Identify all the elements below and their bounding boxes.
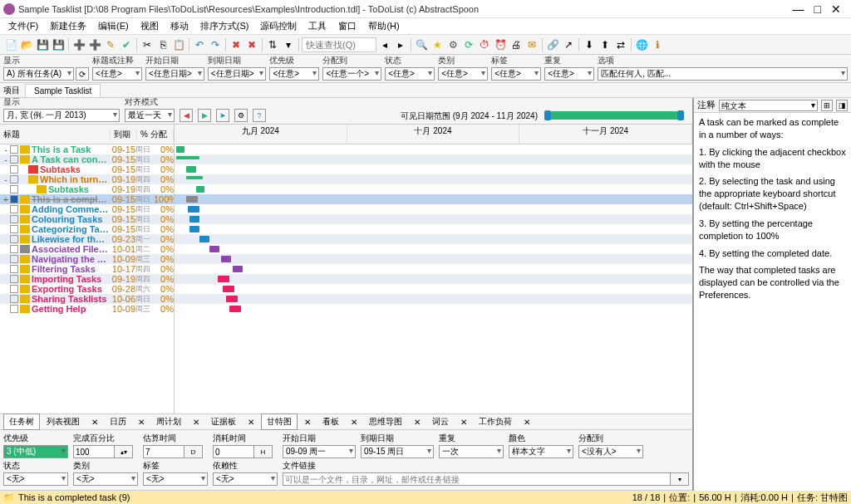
est-input[interactable] [143,445,184,458]
minimize-button[interactable]: — [793,2,804,16]
view-tab[interactable]: 看板 [317,414,344,429]
new-icon[interactable]: 📄 [3,37,18,52]
gantt-bar[interactable] [186,196,198,203]
gantt-align-select[interactable]: 最近一天 [125,109,175,122]
expand-icon[interactable]: - [2,154,10,164]
comments-body[interactable]: A task can be marked as complete in a nu… [694,113,851,491]
col-pct[interactable]: % 分配 [137,129,174,140]
maximize-button[interactable]: □ [814,2,821,16]
menu-源码控制[interactable]: 源码控制 [255,18,302,34]
task-row[interactable]: -This is a Task09-15周日0% [0,144,174,154]
display-select[interactable]: A) 所有任务(A) [3,67,74,81]
duedate-select[interactable]: 09-15 周日 [361,445,434,458]
undo-icon[interactable]: ↶ [192,37,207,52]
task-row[interactable]: Importing Tasks09-19周四0% [0,274,174,284]
gantt-range-slider[interactable] [548,111,681,120]
task-checkbox[interactable] [10,225,18,233]
delete-all-icon[interactable]: ✖ [244,37,259,52]
priority-filter[interactable]: <任意> [269,67,319,81]
task-checkbox[interactable] [10,295,18,303]
export-icon[interactable]: ⬆ [598,37,612,52]
alloc-select[interactable]: <没有人> [578,445,643,458]
comments-format-select[interactable]: 纯文本 [719,100,818,111]
task-row[interactable]: Getting Help10-09周三0% [0,304,174,314]
task-checkbox[interactable] [10,215,18,223]
task-checkbox[interactable] [10,165,18,174]
task-checkbox[interactable] [10,205,18,213]
task-row[interactable]: Adding Comments t...09-15周日0% [0,204,174,214]
search-next-icon[interactable]: ▸ [393,37,408,52]
spent-input[interactable] [213,445,254,458]
gantt-help-button[interactable]: ? [253,109,266,122]
spent-unit[interactable]: H [254,445,273,458]
repeat-filter[interactable]: <任意> [544,67,594,81]
gantt-bar[interactable] [233,266,243,272]
title-filter[interactable]: <任意> [92,67,142,81]
menu-帮助(H)[interactable]: 帮助(H) [363,18,404,34]
priority-select[interactable]: 3 (中低) [3,445,68,458]
task-row[interactable]: -Which in turn can ...09-19周四0% [0,174,174,184]
menu-窗口[interactable]: 窗口 [333,18,362,34]
comments-toggle-button[interactable]: ⊞ [821,100,833,111]
dep-select[interactable]: <无> [213,472,278,486]
gantt-settings-button[interactable]: ⚙ [234,109,248,122]
view-tab[interactable]: ✕ [455,416,472,428]
close-button[interactable]: ✕ [831,2,841,16]
view-tab[interactable]: ✕ [299,416,316,428]
refresh-icon[interactable]: ⟳ [461,37,476,52]
task-row[interactable]: Colouring Tasks09-15周日0% [0,214,174,224]
import-icon[interactable]: ⬇ [582,37,597,52]
project-tab[interactable]: Sample Tasklist [25,84,101,97]
task-checkbox[interactable] [10,185,18,193]
menu-编辑(E)[interactable]: 编辑(E) [93,18,134,34]
delete-icon[interactable]: ✖ [229,37,243,52]
gantt-next-button[interactable]: ▶ [198,109,211,122]
task-checkbox[interactable] [10,145,18,154]
task-row[interactable]: Categorizing Tasks09-15周日0% [0,224,174,234]
view-tab[interactable]: 周计划 [151,414,186,429]
col-due[interactable]: 到期 [111,129,137,140]
task-row[interactable]: Filtering Tasks10-17周四0% [0,264,174,274]
gantt-bar[interactable] [196,186,204,193]
transform-icon[interactable]: ⇄ [613,37,628,52]
view-tab[interactable]: ✕ [133,416,150,428]
save-all-icon[interactable]: 💾 [51,37,66,52]
gantt-bar[interactable] [176,156,199,159]
status-filter[interactable]: <任意> [385,67,435,81]
task-checkbox[interactable] [10,265,18,273]
search-prev-icon[interactable]: ◂ [377,37,392,52]
task-row[interactable]: Sharing Tasklists10-06周日0% [0,294,174,304]
redo-icon[interactable]: ↷ [208,37,223,52]
gantt-bar[interactable] [223,286,234,292]
view-tab[interactable]: 任务树 [3,413,40,430]
menu-工具[interactable]: 工具 [303,18,332,34]
menu-排序方式(S)[interactable]: 排序方式(S) [195,18,254,34]
repeat-select[interactable]: 一次 [439,445,504,458]
gantt-goto-button[interactable]: ➤ [216,109,229,122]
view-tab[interactable]: ✕ [519,416,535,428]
view-tab[interactable]: ✕ [243,416,259,428]
gantt-bar[interactable] [209,246,219,252]
task-checkbox[interactable] [10,255,18,263]
cat-filter[interactable]: <任意> [438,67,488,81]
menu-视图[interactable]: 视图 [135,18,164,34]
expand-icon[interactable]: - [2,174,10,184]
expand-icon[interactable]: + [2,194,10,204]
gantt-bar[interactable] [229,306,241,312]
view-tab[interactable]: 日历 [105,414,131,429]
status-select[interactable]: <无> [3,472,68,486]
view-tab[interactable]: 证据板 [206,414,241,429]
about-icon[interactable]: ℹ [650,37,665,52]
gantt-bar[interactable] [176,146,184,153]
view-tab[interactable]: 工作负荷 [474,414,517,429]
gantt-bar[interactable] [199,236,209,242]
task-checkbox[interactable] [10,285,18,293]
start-filter[interactable]: <任意日期> [145,67,204,81]
link-input[interactable] [283,472,671,486]
gantt-bar[interactable] [218,276,229,282]
task-row[interactable]: Subtasks09-19周四0% [0,184,174,194]
task-checkbox[interactable] [10,275,18,283]
edit-icon[interactable]: ✎ [103,37,118,52]
gantt-bar[interactable] [186,166,196,173]
color-select[interactable]: 样本文字 [509,445,573,458]
